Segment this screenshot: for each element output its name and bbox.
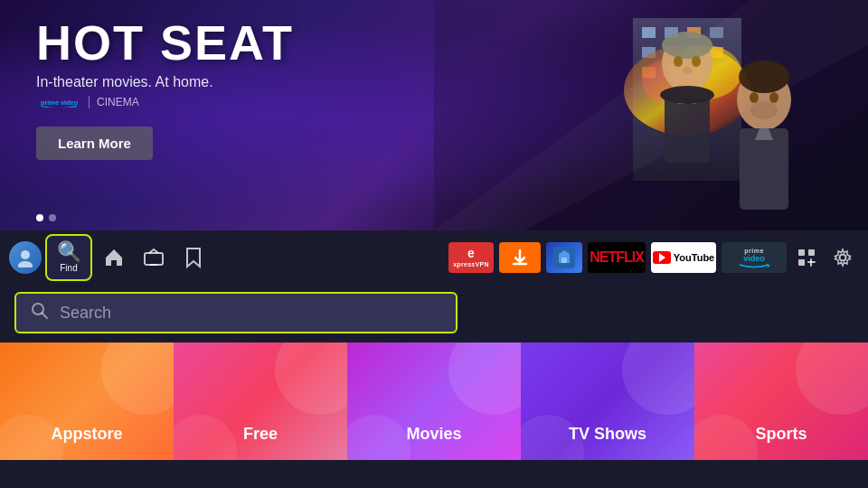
magnifier-icon [31,302,49,320]
hero-content: HOT SEAT In-theater movies. At home. pri… [36,18,294,160]
settings-button[interactable] [826,241,859,274]
app-icons-row: e xpressVPN NETFLIX [448,242,787,273]
find-label: Find [60,263,77,273]
watchlist-button[interactable] [175,239,212,276]
netflix-label: NETFLIX [590,249,644,266]
downloader-icon [506,244,533,271]
svg-point-35 [18,261,33,267]
user-avatar[interactable] [9,241,42,274]
svg-point-29 [750,101,778,119]
free-label: Free [243,425,278,444]
hero-characters [434,0,868,230]
youtube-app[interactable]: YouTube [651,242,716,273]
svg-rect-41 [561,258,567,263]
youtube-icon [653,251,671,264]
svg-text:prime video: prime video [41,99,79,107]
tvshows-label: TV Shows [569,425,646,444]
expressvpn-label: xpressVPN [453,261,489,268]
search-icon [31,302,49,324]
search-icon: 🔍 [57,242,81,262]
downloader-app[interactable] [499,242,541,273]
navigation-bar: 🔍 Find e xpressVPN [0,230,868,285]
sports-category[interactable]: Sports [694,343,868,460]
hero-subtitle: In-theater movies. At home. [36,74,294,90]
youtube-logo: YouTube [653,251,714,264]
search-placeholder: Search [60,304,111,323]
netflix-app[interactable]: NETFLIX [588,242,646,273]
home-icon [103,247,125,268]
prime-top-label: prime [744,248,764,254]
svg-point-48 [840,255,846,261]
filebrowser-app[interactable] [546,242,582,273]
dot-2[interactable] [49,214,56,221]
find-button[interactable]: 🔍 Find [45,234,92,281]
tv-icon [143,247,165,268]
appstore-category[interactable]: Appstore [0,343,174,460]
svg-rect-30 [740,128,788,210]
gear-icon [833,248,853,267]
grid-icon [797,248,816,267]
home-button[interactable] [96,239,132,276]
svg-point-24 [660,86,714,104]
svg-point-26 [739,61,789,93]
avatar-icon [15,248,35,267]
sports-label: Sports [755,425,807,444]
hero-brand: prime video CINEMA [36,96,294,108]
svg-point-34 [21,250,30,259]
free-category[interactable]: Free [174,343,347,460]
svg-point-18 [662,32,712,59]
primevideo-app[interactable]: prime video [722,242,787,273]
cinema-label: CINEMA [89,96,139,108]
filebrowser-icon [552,245,577,270]
appstore-label: Appstore [51,425,122,444]
hero-banner: HOT SEAT In-theater movies. At home. pri… [0,0,868,230]
movies-category[interactable]: Movies [347,343,521,460]
svg-rect-43 [798,249,805,256]
hero-title: HOT SEAT [36,18,294,67]
search-section: Search [0,285,868,343]
dot-1[interactable] [36,214,43,221]
prime-smile-icon [738,263,770,268]
svg-point-27 [750,92,759,103]
svg-point-19 [674,56,683,67]
tvshows-category[interactable]: TV Shows [521,343,694,460]
svg-point-28 [769,92,778,103]
prime-video-logo: prime video [36,97,81,108]
hero-dots [36,214,56,221]
svg-line-50 [42,313,48,318]
youtube-play-triangle [659,253,665,262]
expressvpn-e: e [467,246,475,261]
bookmark-icon [184,247,203,268]
expressvpn-app[interactable]: e xpressVPN [448,242,494,273]
all-apps-button[interactable] [790,241,823,274]
svg-rect-45 [798,259,805,266]
prime-main-label: video [743,254,765,263]
svg-marker-42 [767,264,770,267]
svg-rect-44 [808,249,815,256]
categories-row: Appstore Free Movies TV Shows Sports [0,343,868,460]
svg-point-20 [692,56,701,67]
live-tv-button[interactable] [136,239,172,276]
movies-label: Movies [406,425,461,444]
search-bar[interactable]: Search [14,292,458,333]
svg-rect-2 [642,27,656,38]
learn-more-button[interactable]: Learn More [36,127,153,160]
prime-video-svg: prime video [36,97,81,108]
svg-point-21 [683,67,692,74]
youtube-text: YouTube [674,252,714,263]
svg-rect-36 [145,253,163,265]
expressvpn-content: e xpressVPN [453,246,489,268]
